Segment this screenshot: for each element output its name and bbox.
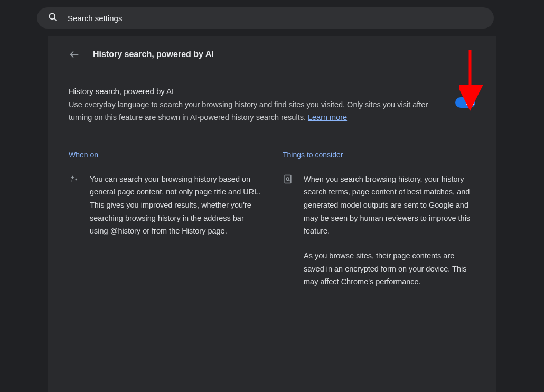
when-on-heading: When on [69, 151, 261, 159]
search-settings-box[interactable] [37, 7, 494, 29]
feature-description: Use everyday language to search your bro… [69, 99, 434, 124]
things-to-consider-heading: Things to consider [283, 151, 475, 159]
when-on-row: You can search your browsing history bas… [69, 173, 261, 238]
things-to-consider-column: Things to consider When you search brows… [283, 151, 475, 288]
feature-desc-text: Use everyday language to search your bro… [69, 100, 428, 122]
back-arrow-icon[interactable] [69, 49, 80, 60]
svg-point-4 [286, 178, 289, 180]
feature-title: History search, powered by AI [69, 87, 434, 96]
feature-section: History search, powered by AI Use everyd… [69, 87, 475, 124]
main-container: History search, powered by AI History se… [0, 36, 544, 392]
svg-point-0 [49, 13, 55, 19]
consider-para-2: As you browse sites, their page contents… [304, 249, 475, 288]
things-to-consider-row: When you search browsing history, your h… [283, 173, 475, 288]
feature-text: History search, powered by AI Use everyd… [69, 87, 434, 124]
svg-rect-3 [285, 175, 291, 183]
toggle-knob [466, 98, 474, 107]
header-row: History search, powered by AI [69, 49, 475, 60]
page-title: History search, powered by AI [93, 50, 214, 59]
feature-toggle[interactable] [455, 97, 475, 108]
search-input[interactable] [68, 14, 483, 23]
consider-para-1: When you search browsing history, your h… [304, 173, 475, 238]
sparkle-icon [69, 174, 79, 186]
svg-line-5 [289, 180, 290, 181]
learn-more-link[interactable]: Learn more [308, 113, 347, 122]
top-bar [0, 0, 544, 36]
svg-line-1 [54, 18, 57, 21]
when-on-column: When on You can search your browsing his… [69, 151, 261, 288]
content-panel: History search, powered by AI History se… [48, 36, 496, 392]
info-columns: When on You can search your browsing his… [69, 151, 475, 288]
search-icon [48, 12, 58, 24]
things-to-consider-text: When you search browsing history, your h… [304, 173, 475, 288]
when-on-text: You can search your browsing history bas… [90, 173, 261, 238]
page-search-icon [283, 174, 293, 186]
